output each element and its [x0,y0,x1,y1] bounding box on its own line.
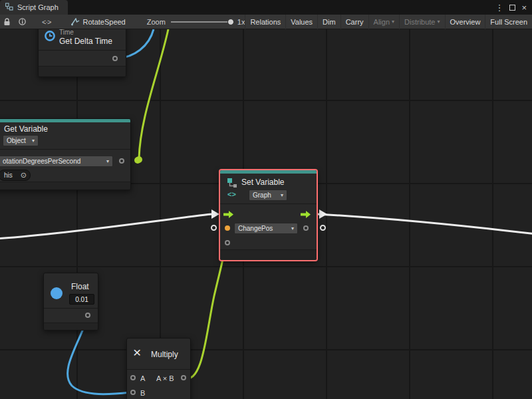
graph-asset-icon [71,15,80,29]
chevron-down-icon: ▾ [281,192,283,198]
node-title: Get Variable [4,124,48,134]
relations-button[interactable]: Relations [245,15,285,29]
port-get-variable-name[interactable] [119,158,124,164]
info-icon[interactable] [19,15,26,29]
flow-out-arrow-icon[interactable] [301,209,311,221]
flow-in-arrow-icon[interactable] [223,209,234,221]
node-get-variable[interactable]: Get Variable Object ▾ otationDegreesPerS… [0,118,131,190]
node-footer [0,182,130,190]
tab-bar: Script Graph ⋮ × [0,0,532,15]
zoom-value: 1x [237,18,245,26]
multiply-icon: × [133,345,141,359]
chevron-down-icon: ▾ [106,158,109,164]
window-maximize-icon[interactable] [509,5,515,11]
connection-socket-right[interactable] [320,225,326,231]
graph-name-label[interactable]: RotateSpeed [83,18,126,26]
carry-button[interactable]: Carry [340,15,368,29]
port-float-output[interactable] [85,313,90,318]
wire-white-out[interactable] [317,214,532,234]
node-float[interactable]: Float 0.01 [43,273,98,331]
wire-white-in[interactable] [0,214,211,239]
lock-icon[interactable] [3,15,11,29]
port-get-variable-output[interactable] [134,157,141,164]
overview-button[interactable]: Overview [445,15,485,29]
node-divider [39,50,126,51]
chevron-down-icon: ▾ [392,19,394,25]
chevron-down-icon: ▾ [291,225,294,231]
graph-toolbar: <·> RotateSpeed Zoom 1x Relations Values… [0,15,532,29]
port-label-a: A [140,374,145,382]
node-title: Get Delta Time [59,37,112,46]
tab-script-graph[interactable]: Script Graph [0,0,68,15]
node-divider [127,369,190,370]
node-divider [44,308,98,309]
align-button[interactable]: Align▾ [368,15,399,29]
node-title: Set Variable [241,178,284,187]
scope-value: Graph [253,192,271,199]
float-value: 0.01 [75,296,88,303]
window-menu-icon[interactable]: ⋮ [495,3,503,12]
variable-name-dropdown[interactable]: ChangePos ▾ [234,223,298,234]
port-multiply-b[interactable] [130,390,136,395]
node-accent-strip [0,119,130,122]
port-multiply-output[interactable] [181,375,186,380]
node-footer [39,66,126,76]
port-set-variable-output[interactable] [303,225,309,231]
object-picker-icon[interactable]: ⊙ [21,172,27,179]
node-title: Multiply [151,350,178,359]
self-reference-field[interactable]: his ⊙ [0,170,31,181]
chevron-down-icon: ▾ [438,19,440,25]
clock-icon [44,30,56,45]
variable-scope-dropdown[interactable]: Graph ▾ [249,190,287,201]
variable-name-dropdown[interactable]: otationDegreesPerSecond ▾ [0,156,113,167]
port-label-b: B [140,389,145,397]
graph-variable-icon: <> [227,190,236,198]
flow-arrowhead-in [211,209,219,219]
tab-title: Script Graph [17,3,59,11]
node-footer [220,249,317,260]
variable-name-value: ChangePos [238,225,273,232]
float-type-icon [51,287,63,299]
node-accent-strip [220,170,317,174]
zoom-slider-knob[interactable] [227,19,234,25]
code-view-icon[interactable]: <·> [42,15,51,29]
full-screen-button[interactable]: Full Screen [485,15,532,29]
node-category-label: Time [59,29,74,36]
port-multiply-a[interactable] [130,375,136,380]
set-variable-icon [227,178,237,191]
node-divider [0,149,130,150]
scope-value: Object [7,137,26,144]
graph-tab-icon [5,3,13,12]
node-divider [220,203,317,204]
script-graph-window: Time Get Delta Time Get Variable Object … [0,0,532,399]
node-footer [44,323,98,330]
dim-button[interactable]: Dim [317,15,340,29]
node-multiply[interactable]: × Multiply A A × B B [126,338,191,399]
flow-arrowhead-out [319,209,327,219]
port-set-variable-name[interactable] [225,225,230,231]
wire-lime-top[interactable] [139,29,168,158]
self-reference-label: his [4,172,13,179]
zoom-label: Zoom [147,18,166,26]
float-value-input[interactable]: 0.01 [69,294,94,305]
chevron-down-icon: ▾ [32,138,35,144]
variable-name-value: otationDegreesPerSecond [3,158,80,165]
variable-scope-dropdown[interactable]: Object ▾ [3,135,39,146]
window-close-icon[interactable]: × [521,3,527,12]
port-label-output: A × B [156,374,174,382]
port-set-variable-value[interactable] [225,240,230,245]
port-delta-time-output[interactable] [112,56,118,61]
window-controls: ⋮ × [495,3,532,12]
values-button[interactable]: Values [285,15,317,29]
zoom-slider[interactable] [171,21,233,23]
distribute-button[interactable]: Distribute▾ [399,15,444,29]
connection-socket-left[interactable] [211,225,217,231]
node-title: Float [71,282,89,291]
